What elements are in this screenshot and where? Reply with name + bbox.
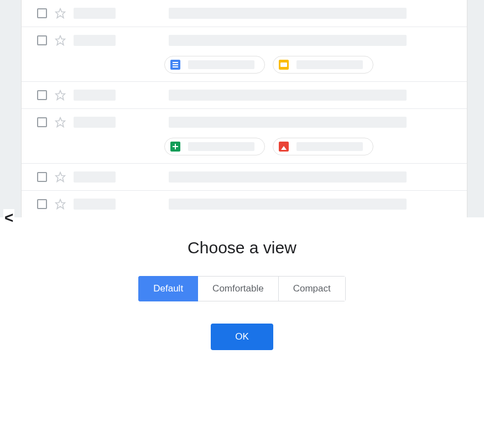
- email-row[interactable]: [22, 27, 467, 82]
- density-option-comfortable[interactable]: Comfortable: [198, 276, 279, 301]
- attachment-name-placeholder: [296, 60, 363, 69]
- svg-marker-4: [56, 173, 65, 182]
- star-icon[interactable]: [55, 171, 66, 183]
- density-option-default[interactable]: Default: [138, 276, 198, 301]
- svg-marker-1: [56, 36, 65, 45]
- sender-placeholder: [74, 90, 116, 101]
- subject-placeholder: [169, 117, 407, 128]
- subject-placeholder: [169, 8, 407, 19]
- attachment-chip[interactable]: [164, 138, 265, 155]
- choose-view-title: Choose a view: [0, 238, 484, 257]
- slides-icon: [279, 60, 289, 70]
- sheets-icon: [170, 142, 180, 152]
- attachment-chip[interactable]: [273, 56, 373, 74]
- ok-button[interactable]: OK: [211, 324, 273, 350]
- attachment-name-placeholder: [188, 60, 254, 69]
- image-icon: [279, 142, 289, 152]
- svg-marker-3: [56, 118, 65, 127]
- star-icon[interactable]: [55, 90, 66, 101]
- sender-placeholder: [74, 117, 116, 128]
- star-icon[interactable]: [55, 8, 66, 19]
- subject-placeholder: [169, 171, 407, 183]
- sender-placeholder: [74, 8, 116, 19]
- attachment-chip[interactable]: [273, 138, 373, 155]
- density-option-compact[interactable]: Compact: [279, 276, 346, 301]
- collapse-chevron-icon[interactable]: <: [3, 209, 14, 227]
- svg-marker-2: [56, 91, 65, 100]
- email-row[interactable]: [22, 0, 467, 27]
- density-segmented-control: Default Comfortable Compact: [138, 276, 346, 301]
- attachment-chips: [164, 56, 451, 74]
- star-icon[interactable]: [55, 199, 66, 210]
- email-row[interactable]: [22, 191, 467, 217]
- attachment-name-placeholder: [188, 142, 254, 151]
- density-preview-panel: [0, 0, 484, 217]
- select-checkbox[interactable]: [37, 117, 47, 127]
- subject-placeholder: [169, 199, 407, 210]
- subject-placeholder: [169, 35, 407, 46]
- star-icon[interactable]: [55, 35, 66, 46]
- subject-placeholder: [169, 90, 407, 101]
- email-list-preview: [21, 0, 467, 217]
- docs-icon: [170, 60, 180, 70]
- email-row[interactable]: [22, 82, 467, 109]
- select-checkbox[interactable]: [37, 90, 47, 100]
- attachment-chip[interactable]: [164, 56, 265, 74]
- choose-view-section: Choose a view Default Comfortable Compac…: [0, 217, 484, 350]
- select-checkbox[interactable]: [37, 172, 47, 182]
- sender-placeholder: [74, 199, 116, 210]
- sender-placeholder: [74, 171, 116, 183]
- sender-placeholder: [74, 35, 116, 46]
- svg-marker-0: [56, 9, 65, 18]
- attachment-name-placeholder: [296, 142, 363, 151]
- select-checkbox[interactable]: [37, 199, 47, 209]
- select-checkbox[interactable]: [37, 35, 47, 45]
- email-row[interactable]: [22, 109, 467, 164]
- attachment-chips: [164, 138, 451, 155]
- star-icon[interactable]: [55, 117, 66, 128]
- select-checkbox[interactable]: [37, 8, 47, 18]
- email-row[interactable]: [22, 164, 467, 191]
- svg-marker-5: [56, 200, 65, 209]
